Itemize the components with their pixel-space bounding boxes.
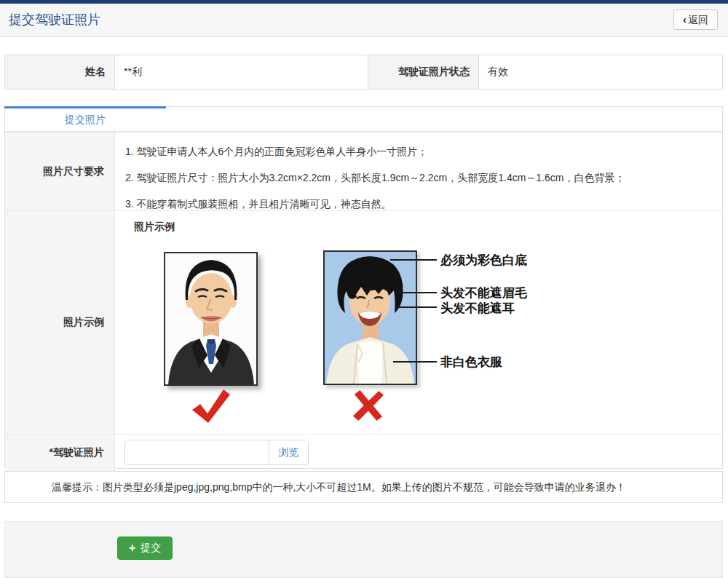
tab-submit-photo[interactable]: 提交照片	[4, 106, 166, 131]
correct-photo-example	[164, 252, 258, 386]
photo-example-row: 照片示例 照片示例	[5, 210, 722, 434]
messy-hair-illustration	[325, 252, 416, 384]
submit-button-label: 提交	[141, 542, 161, 555]
back-button[interactable]: ‹返回	[673, 9, 718, 30]
annotation-line	[393, 361, 437, 363]
annotation-line	[398, 292, 437, 293]
man-in-suit-illustration	[165, 253, 256, 384]
driver-info-row: 姓名 **利 驾驶证照片状态 有效	[4, 55, 723, 90]
photo-example-figure: 照片示例	[115, 211, 722, 434]
figure-title: 照片示例	[134, 221, 175, 234]
name-label: 姓名	[5, 55, 115, 89]
name-value: **利	[115, 55, 368, 89]
submit-photo-panel: 提交照片 照片尺寸要求 1. 驾驶证申请人本人6个月内的正面免冠彩色单人半身小一…	[4, 106, 723, 469]
notice-text: 温馨提示：图片类型必须是jpeg,jpg,png,bmp中的一种,大小不可超过1…	[52, 481, 626, 493]
back-button-label: 返回	[688, 14, 708, 25]
x-mark-icon	[351, 389, 384, 421]
photo-status-value: 有效	[479, 55, 722, 89]
annotation-line	[390, 259, 437, 261]
file-upload-group: 浏览	[124, 440, 309, 465]
page-header: 提交驾驶证照片 ‹返回	[0, 4, 728, 37]
browse-button[interactable]: 浏览	[269, 440, 308, 464]
annotation-line	[396, 306, 437, 308]
chevron-left-icon: ‹	[683, 13, 687, 25]
tab-bar: 提交照片	[5, 107, 722, 132]
photo-upload-label: *驾驶证照片	[5, 435, 115, 471]
photo-example-label: 照片示例	[5, 211, 115, 434]
requirement-line: 2. 驾驶证照片尺寸：照片大小为3.2cm×2.2cm，头部长度1.9cm～2.…	[125, 165, 712, 191]
photo-requirements-label: 照片尺寸要求	[5, 132, 115, 210]
submit-button[interactable]: +提交	[117, 537, 173, 560]
requirement-line: 1. 驾驶证申请人本人6个月内的正面免冠彩色单人半身小一寸照片；	[125, 138, 712, 165]
annotation-hair-eyebrows: 头发不能遮眉毛	[440, 285, 527, 301]
annotation-non-white-clothes: 非白色衣服	[440, 354, 502, 371]
photo-requirements-row: 照片尺寸要求 1. 驾驶证申请人本人6个月内的正面免冠彩色单人半身小一寸照片； …	[5, 132, 722, 210]
bottom-action-panel: +提交	[4, 521, 723, 578]
photo-file-input[interactable]	[125, 440, 269, 464]
photo-upload-row: *驾驶证照片 浏览	[5, 434, 722, 471]
checkmark-icon	[190, 388, 231, 424]
annotation-white-background: 必须为彩色白底	[440, 252, 527, 269]
incorrect-photo-example	[323, 250, 417, 385]
plus-icon: +	[129, 542, 135, 555]
page-title: 提交驾驶证照片	[9, 4, 100, 36]
notice-bar: 温馨提示：图片类型必须是jpeg,jpg,png,bmp中的一种,大小不可超过1…	[4, 471, 723, 503]
annotation-hair-ears: 头发不能遮耳	[440, 300, 515, 317]
photo-status-label: 驾驶证照片状态	[368, 55, 479, 89]
